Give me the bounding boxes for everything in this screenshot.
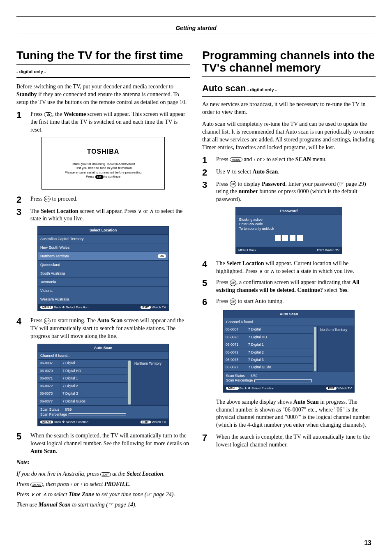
page-number: 13: [364, 539, 371, 547]
auto-scan-osd-right: Auto Scan Channel 6 found... 06-00077 Di…: [223, 310, 355, 393]
left-step-2: 2 Press OK to proceed.: [16, 195, 190, 204]
left-step-1: 1 Press ⏻, the Welcome screen will appea…: [16, 111, 190, 134]
progress-bar: [254, 379, 312, 382]
note-line: If you do not live in Australia, press E…: [16, 470, 190, 478]
location-item: Western Australia: [37, 295, 169, 304]
right-step-4: 4 The Select Location will appear. Curre…: [202, 260, 376, 275]
ok-button-icon: OK: [230, 298, 236, 305]
right-p1: As new services are broadcast, it will b…: [202, 101, 376, 116]
location-item: South Australia: [37, 269, 169, 278]
top-rule: [16, 16, 376, 17]
right-p2: Auto scan will completely re-tune the TV…: [202, 120, 376, 152]
ok-pill-icon: OK: [95, 175, 104, 179]
select-location-osd: Select Location Australian Capital Terri…: [37, 226, 169, 311]
page-content: Tuning the TV for the first time - digit…: [16, 49, 376, 539]
menu-button-icon: MENU: [230, 157, 242, 162]
location-item: Victoria: [37, 287, 169, 295]
right-step-5: 5 Press OK, a confirmation screen will a…: [202, 279, 376, 294]
scrollbar-icon: [128, 361, 131, 405]
location-item: Australian Capital Territory: [37, 235, 169, 243]
scan-caption: The above sample display shows Auto Scan…: [202, 398, 376, 430]
left-step-3: 3 The Select Location screen will appear…: [16, 208, 190, 223]
right-heading: Programming channels into the TV's chann…: [202, 49, 376, 74]
step-number: 1: [16, 111, 25, 120]
ok-button-icon: OK: [44, 196, 51, 202]
scrollbar-icon: [314, 327, 316, 371]
left-subheading: - digital only -: [16, 69, 190, 75]
section-header: Getting started: [16, 25, 376, 33]
welcome-screen: TOSHIBA Thank you for choosing TOSHIBA t…: [42, 137, 165, 189]
progress-bar: [69, 413, 126, 416]
left-step-5: 5 When the search is completed, the TV w…: [16, 432, 190, 456]
right-step-7: 7 When the search is complete, the TV wi…: [202, 433, 376, 449]
location-item: Queensland: [37, 261, 169, 269]
ok-badge: OK: [158, 254, 166, 258]
exit-button-icon: EXIT: [100, 472, 111, 476]
left-heading: Tuning the TV for the first time: [16, 49, 190, 62]
note-heading: Note:: [16, 459, 190, 467]
auto-scan-heading: Auto scan: [202, 83, 246, 93]
right-step-2: 2 Use ∨ to select Auto Scan.: [202, 168, 376, 177]
menu-button-icon: MENU: [30, 483, 43, 487]
brand-logo: TOSHIBA: [46, 147, 160, 156]
location-item: New South Wales: [37, 243, 169, 252]
auto-scan-osd-left: Auto Scan Channel 6 found... 06-00077 Di…: [37, 344, 169, 426]
right-step-3: 3 Press OK to display Password. Enter yo…: [202, 180, 376, 204]
note-line: Press ∨ or ∧ to select Time Zone to set …: [16, 491, 190, 499]
pin-boxes: [239, 235, 339, 242]
note-line: Press MENU, then press ‹ or › to select …: [16, 481, 190, 488]
right-step-6: 6 Press OK to start Auto tuning.: [202, 298, 376, 307]
osd-footer: MENU Back ✥ Select Function EXIT Watch T…: [37, 304, 169, 312]
power-icon: ⏻: [44, 112, 52, 117]
right-step-1: 1 Press MENU and ‹ or › to select the SC…: [202, 156, 376, 165]
intro-paragraph: Before switching on the TV, put your dec…: [16, 83, 190, 106]
ok-button-icon: OK: [44, 318, 51, 324]
ok-button-icon: OK: [230, 181, 236, 187]
note-line: Then use Manual Scan to start tuning (☞ …: [16, 501, 190, 509]
password-osd: Password Blocking active Enter PIN code …: [235, 207, 342, 254]
location-item: Tasmania: [37, 278, 169, 287]
osd-title: Select Location: [37, 226, 169, 234]
auto-scan-subheading: - digital only -: [247, 87, 277, 92]
location-item-selected: Northern TerritoryOK: [37, 252, 169, 261]
ok-button-icon: OK: [230, 280, 236, 286]
left-step-4: 4 Press OK to start tuning. The Auto Sca…: [16, 317, 190, 340]
